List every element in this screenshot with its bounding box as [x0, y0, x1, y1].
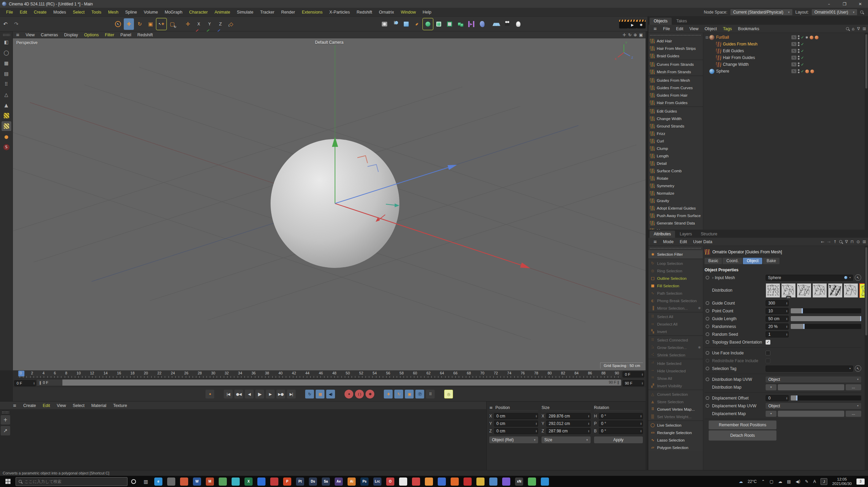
selection-command-convert-vertex-map[interactable]: ⠿Convert Vertex Map...	[648, 406, 703, 413]
cortana-icon[interactable]	[127, 476, 140, 487]
material-menu-create[interactable]: Create	[20, 403, 39, 408]
ornatrix-command-ground-strands[interactable]: Ground Strands	[648, 122, 703, 130]
palette-grip[interactable]	[3, 34, 10, 36]
tab-attributes[interactable]: Attributes	[650, 231, 675, 238]
ornatrix-command-curves-from-strands[interactable]: Curves From Strands	[648, 61, 703, 68]
visibility-dots[interactable]	[798, 56, 800, 60]
floor-button[interactable]	[491, 18, 501, 30]
guide-count-field[interactable]: 300▴▾	[766, 300, 789, 306]
visibility-dots[interactable]	[798, 69, 800, 73]
coord-field-position-y[interactable]: 0 cm▴▾	[494, 421, 538, 427]
edit-toggle-icon[interactable]: ✎	[791, 56, 796, 60]
material-menu-view[interactable]: View	[54, 403, 70, 408]
edges-mode-button[interactable]: △	[2, 90, 11, 99]
distribution-thumbnails[interactable]: uv	[766, 283, 865, 298]
go-to-previous-key-button[interactable]: ●◀	[234, 390, 243, 398]
attributes-menu-edit[interactable]: Edit	[677, 239, 690, 244]
spline-pen-button[interactable]: ✒	[412, 18, 422, 30]
distribution-map-field[interactable]	[778, 384, 844, 390]
close-button[interactable]: ✕	[852, 0, 868, 8]
tree-row-sphere[interactable]: Sphere✎✓	[703, 68, 865, 75]
expander-icon[interactable]: ⊟	[705, 36, 709, 39]
play-mode-film-toggle[interactable]: ▦	[316, 390, 324, 398]
distribution-map-uvw-select[interactable]: Object▾	[766, 376, 861, 383]
scale-tool[interactable]: ▣	[145, 18, 156, 30]
add-panel-icon[interactable]: ⊞	[863, 26, 866, 31]
menu-mesh[interactable]: Mesh	[105, 10, 122, 15]
guide-length-slider[interactable]	[791, 316, 861, 321]
use-face-include-checkbox[interactable]	[766, 351, 770, 355]
menu-simulate[interactable]: Simulate	[234, 10, 257, 15]
ornatrix-command-clump[interactable]: Clump	[648, 145, 703, 152]
coordinate-system-button[interactable]: ◇└	[226, 18, 236, 30]
ornatrix-command-gravity[interactable]: Gravity	[648, 197, 703, 204]
edit-toggle-icon[interactable]: ✎	[791, 42, 796, 46]
ime-mode[interactable]: A	[813, 479, 816, 484]
distribution-option-3[interactable]	[797, 283, 811, 298]
autokey-toggle[interactable]: ( )	[355, 390, 364, 398]
maximize-button[interactable]: ❐	[837, 0, 852, 8]
enabled-check-icon[interactable]: ✓	[801, 42, 804, 46]
default-camera-label[interactable]: Default Camera	[315, 40, 343, 45]
coord-field-position-z[interactable]: 0 cm▴▾	[494, 428, 538, 434]
keying-settings-button[interactable]: ✱	[366, 390, 374, 398]
edit-toggle-icon[interactable]: ✎	[791, 69, 796, 73]
gear-icon[interactable]: ✱	[698, 346, 701, 349]
detach-roots-button[interactable]: Detach Roots	[709, 430, 776, 441]
randomness-slider[interactable]	[791, 324, 861, 329]
menu-character[interactable]: Character	[186, 10, 211, 15]
random-seed-field[interactable]: 1▴▾	[766, 331, 789, 337]
ornatrix-command-guides-from-curves[interactable]: Guides From Curves	[648, 84, 703, 91]
displacement-offset-field[interactable]: 0▴▾	[766, 395, 789, 401]
up-icon[interactable]: ↑	[833, 239, 836, 244]
palette-grip[interactable]	[2, 411, 9, 414]
symmetry-button[interactable]: ▶	[466, 18, 476, 30]
menu-render[interactable]: Render	[278, 10, 298, 15]
menu-file[interactable]: File	[3, 10, 16, 15]
edit-toggle-icon[interactable]: ✎	[791, 62, 796, 66]
taskbar-clock[interactable]: 12:052021/06/30	[832, 477, 852, 486]
displacement-offset-slider[interactable]	[791, 395, 861, 401]
displacement-map-field[interactable]	[778, 411, 844, 417]
points-mode-button[interactable]: ⠿	[2, 79, 11, 89]
point-count-field[interactable]: 10▴▾	[766, 308, 789, 314]
selection-command-selection-filter[interactable]: ✱Selection Filter	[648, 250, 703, 258]
current-frame-field[interactable]: 0 F▴▾	[623, 371, 644, 377]
ornatrix-command-curl[interactable]: Curl	[648, 137, 703, 144]
coord-field-size-x[interactable]: 289.876 cm▴▾	[546, 413, 590, 419]
tree-row-change-width[interactable]: Change Width✎✓	[703, 61, 865, 68]
filter-icon[interactable]: ∇	[845, 239, 848, 244]
distribution-option-6[interactable]	[844, 283, 858, 298]
taskbar-app-icon[interactable]	[438, 478, 446, 486]
taskbar-app-icon[interactable]	[463, 478, 472, 486]
network-icon[interactable]: ▤	[787, 479, 791, 484]
redo-button[interactable]: ↷	[11, 18, 21, 30]
menu-tools[interactable]: Tools	[88, 10, 105, 15]
coord-mode-select-position[interactable]: Object (Rel)▾	[489, 436, 538, 443]
taskbar-app-icon[interactable]	[257, 478, 265, 486]
ornatrix-command-edit-guides[interactable]: Edit Guides	[648, 108, 703, 115]
x-axis-lock-button[interactable]: X	[194, 18, 204, 30]
object-picker-button[interactable]: ↖	[855, 274, 861, 281]
y-axis-lock-button[interactable]: Y	[204, 18, 215, 30]
minimize-button[interactable]: –	[821, 0, 837, 8]
key-position-toggle[interactable]: ✚	[384, 390, 393, 398]
taskbar-app-icon[interactable]: e	[154, 478, 162, 486]
search-icon[interactable]	[839, 240, 842, 243]
objects-menu-edit[interactable]: Edit	[673, 26, 687, 31]
attributes-menu-mode[interactable]: Mode	[660, 239, 676, 244]
tag-picker-button[interactable]: ↖	[855, 365, 861, 372]
attr-tab-bake[interactable]: Bake	[763, 258, 780, 264]
coord-field-position-x[interactable]: 0 cm▴▾	[494, 413, 538, 419]
menu-ornatrix[interactable]: Ornatrix	[376, 10, 397, 15]
home-icon[interactable]: ⌂	[852, 26, 854, 31]
tab-objects[interactable]: Objects	[650, 18, 672, 25]
distribution-map-browse-button[interactable]: ...	[846, 384, 861, 390]
objects-menu-object[interactable]: Object	[702, 26, 720, 31]
selection-command-outline-selection[interactable]: □Outline Selection	[648, 275, 703, 282]
add-material-button[interactable]: +	[1, 415, 10, 425]
tree-row-furball[interactable]: ⊟FurBall✎✓✱	[703, 34, 865, 41]
menu-spline[interactable]: Spline	[122, 10, 140, 15]
key-scale-toggle[interactable]: ▣	[405, 390, 414, 398]
tree-row-edit-guides[interactable]: Edit Guides✎✓	[703, 47, 865, 54]
